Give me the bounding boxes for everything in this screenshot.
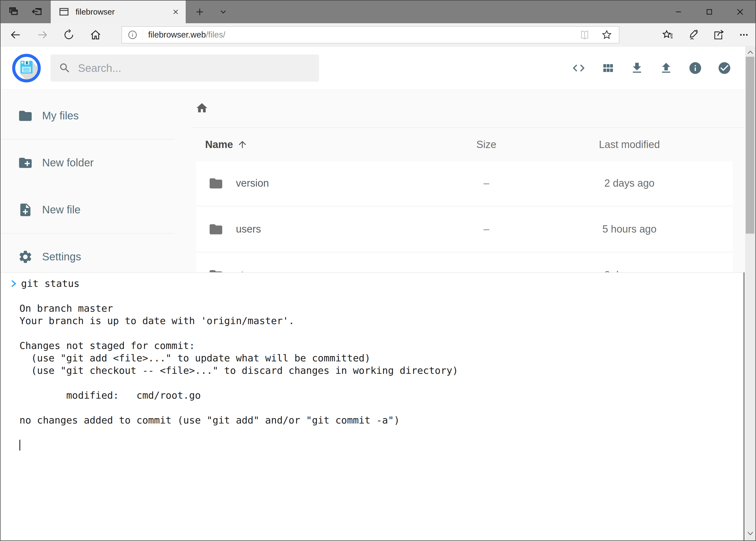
terminal-output-line: modified: cmd/root.go [19,389,738,402]
file-name: version [236,178,269,189]
scroll-down-icon[interactable] [746,529,755,538]
tab-list-chevron-icon[interactable] [219,7,228,16]
column-header-name[interactable]: Name [196,139,447,151]
folder-icon [208,222,223,237]
vertical-scrollbar[interactable] [745,46,755,540]
terminal-output-line [19,426,738,439]
forward-icon[interactable] [29,23,55,46]
scrollbar-thumb[interactable] [746,57,754,234]
settings-more-icon[interactable] [738,29,750,41]
browser-window: filebrowser [0,0,756,541]
breadcrumb-home-icon[interactable] [195,102,208,115]
info-icon[interactable] [688,61,702,75]
sidebar-item-label: My files [42,110,79,122]
minimize-button[interactable] [663,1,694,23]
column-header-modified[interactable]: Last modified [526,139,733,151]
tab-close-icon[interactable] [172,8,180,16]
terminal-output-line: On branch master [19,302,738,315]
terminal-command: git status [21,277,80,290]
terminal-output-line: Changes not staged for commit: [19,339,738,352]
grid-view-icon[interactable] [601,61,615,75]
listing-header: Name Size Last modified [196,128,733,161]
header-actions [572,46,731,90]
file-modified: 2 days ago [526,178,733,189]
url-text[interactable]: filebrowser.web/files/ [143,30,579,40]
terminal-output-line: (use "git checkout -- <file>..." to disc… [19,364,738,377]
folder-plus-icon [18,155,33,171]
file-name-cell: version [196,176,447,191]
file-modified: 5 hours ago [526,224,733,235]
select-check-icon[interactable] [717,61,731,75]
sidebar-block: New folder [1,139,175,186]
sort-ascending-icon [237,139,248,150]
sidebar-block: My files [1,92,175,139]
file-size: – [447,224,526,235]
raw-code-icon[interactable] [572,61,586,75]
window-controls [663,1,755,23]
tab-favicon-icon [59,7,69,17]
navbar: filebrowser.web/files/ [1,23,755,46]
sidebar-item[interactable]: New file [1,186,175,233]
terminal-output-line: no changes added to commit (use "git add… [19,414,738,426]
tab-preview-icon[interactable] [8,6,19,18]
terminal-output-line [19,377,738,389]
file-row[interactable]: version – 2 days ago [196,161,733,205]
prompt-chevron-icon [10,279,17,288]
browser-tab[interactable]: filebrowser [51,1,186,23]
sidebar-item-label: New folder [42,157,94,169]
folder-icon [208,176,223,191]
upload-icon[interactable] [659,61,673,75]
favorite-star-icon[interactable] [601,29,613,41]
titlebar: filebrowser [1,1,755,23]
refresh-icon[interactable] [56,23,82,46]
home-icon[interactable] [83,23,109,46]
sidebar-item-label: Settings [42,251,81,263]
sidebar-item-label: New file [42,204,81,216]
close-button[interactable] [725,1,755,23]
site-info-icon[interactable] [122,30,142,40]
terminal-output-line [19,290,738,302]
search-icon [59,62,71,74]
share-icon[interactable] [712,29,725,41]
terminal-output-line: Your branch is up to date with 'origin/m… [19,315,738,327]
folder-icon [18,108,33,124]
file-name-cell: users [196,222,447,237]
filebrowser-logo-icon [12,54,41,83]
web-note-pen-icon[interactable] [687,29,699,41]
url-path: /files/ [206,30,225,39]
terminal-output-line: (use "git add <file>..." to update what … [19,352,738,364]
search-input[interactable] [71,62,311,74]
scroll-up-icon[interactable] [746,48,755,57]
new-tab-icon[interactable] [195,7,205,17]
search-bar[interactable] [51,55,319,82]
terminal-cursor [19,440,20,450]
app-header [1,46,755,90]
url-host: filebrowser.web [148,30,206,39]
column-header-size[interactable]: Size [447,139,526,151]
back-icon[interactable] [3,23,29,46]
terminal-output-line [19,327,738,339]
file-size: – [447,178,526,189]
sidebar-item[interactable]: New folder [1,139,175,186]
terminal-prompt-line: git status [19,277,738,290]
terminal-panel[interactable]: git status On branch master Your branch … [1,272,744,540]
maximize-button[interactable] [694,1,725,23]
tab-title: filebrowser [76,7,165,16]
file-row[interactable]: users – 5 hours ago [196,207,733,251]
terminal-output: On branch master Your branch is up to da… [19,290,738,439]
sidebar-item[interactable]: My files [1,92,175,139]
sidebar-block: New file [1,186,175,234]
address-bar[interactable]: filebrowser.web/files/ [122,26,620,44]
file-plus-icon [18,202,33,218]
terminal-output-line [19,402,738,414]
set-tabs-aside-icon[interactable] [31,6,43,18]
download-icon[interactable] [630,61,644,75]
gear-icon [18,249,33,265]
file-name: users [236,224,261,235]
reading-view-icon[interactable] [579,30,590,40]
favorites-hub-icon[interactable] [661,29,674,41]
